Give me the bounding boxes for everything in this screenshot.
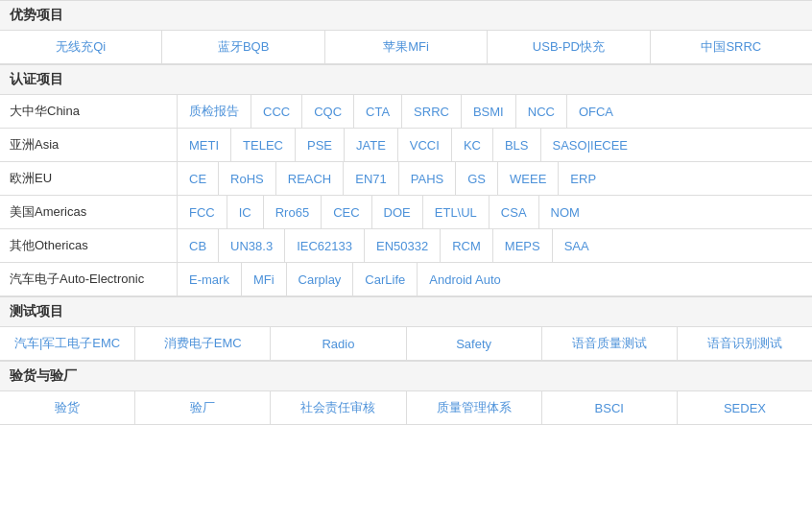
cert-row-label: 汽车电子Auto-Electronic: [0, 263, 178, 295]
cert-row: 欧洲EUCERoHSREACHEN71PAHSGSWEEEERP: [0, 162, 812, 196]
inspection-row: 验货验厂社会责任审核质量管理体系BSCISEDEX: [0, 391, 812, 425]
testing-item[interactable]: 语音识别测试: [678, 327, 812, 360]
advantage-item[interactable]: 中国SRRC: [651, 31, 812, 63]
cert-item[interactable]: UN38.3: [219, 229, 285, 262]
inspection-item[interactable]: SEDEX: [678, 391, 812, 424]
cert-item[interactable]: SAA: [553, 229, 601, 262]
cert-item[interactable]: NOM: [539, 196, 591, 228]
cert-item[interactable]: REACH: [276, 162, 345, 195]
cert-item[interactable]: NCC: [516, 95, 567, 128]
cert-item[interactable]: MEPS: [493, 229, 553, 262]
cert-item[interactable]: CQC: [302, 95, 354, 128]
certification-title: 认证项目: [0, 64, 812, 95]
cert-item[interactable]: SASO|IECEE: [541, 129, 640, 161]
cert-item[interactable]: CEC: [322, 196, 371, 228]
cert-item[interactable]: KC: [452, 129, 493, 161]
cert-item[interactable]: CTA: [354, 95, 402, 128]
testing-title: 测试项目: [0, 296, 812, 327]
cert-item[interactable]: METI: [178, 129, 231, 161]
cert-item[interactable]: PSE: [296, 129, 345, 161]
cert-item[interactable]: RoHS: [219, 162, 276, 195]
cert-row-label: 其他Othericas: [0, 229, 178, 262]
cert-row: 汽车电子Auto-ElectronicE-markMFiCarplayCarLi…: [0, 263, 812, 296]
testing-item[interactable]: Radio: [271, 327, 406, 360]
cert-item[interactable]: TELEC: [231, 129, 296, 161]
cert-item[interactable]: DOE: [372, 196, 423, 228]
cert-item[interactable]: BLS: [493, 129, 541, 161]
testing-section: 测试项目 汽车|军工电子EMC消费电子EMCRadioSafety语音质量测试语…: [0, 296, 812, 361]
cert-row-label: 亚洲Asia: [0, 129, 178, 161]
cert-item[interactable]: ETL\UL: [423, 196, 490, 228]
cert-item[interactable]: BSMI: [462, 95, 516, 128]
advantage-item[interactable]: 蓝牙BQB: [162, 31, 324, 63]
cert-item[interactable]: IC: [227, 196, 264, 228]
cert-item[interactable]: MFi: [242, 263, 287, 295]
cert-row: 其他OthericasCBUN38.3IEC62133EN50332RCMMEP…: [0, 229, 812, 263]
advantage-item[interactable]: 苹果MFi: [325, 31, 488, 63]
cert-row-items: CERoHSREACHEN71PAHSGSWEEEERP: [178, 162, 812, 195]
cert-item[interactable]: Android Auto: [418, 263, 512, 295]
cert-row-items: FCCICRro65CECDOEETL\ULCSANOM: [178, 196, 812, 228]
testing-item[interactable]: 汽车|军工电子EMC: [0, 327, 135, 360]
cert-item[interactable]: GS: [456, 162, 498, 195]
cert-row-label: 美国Americas: [0, 196, 178, 228]
advantage-row: 无线充Qi蓝牙BQB苹果MFiUSB-PD快充中国SRRC: [0, 31, 812, 64]
inspection-item[interactable]: 质量管理体系: [407, 391, 542, 424]
inspection-title: 验货与验厂: [0, 361, 812, 391]
cert-item[interactable]: CarLife: [353, 263, 418, 295]
cert-item[interactable]: ERP: [559, 162, 608, 195]
cert-row-items: 质检报告CCCCQCCTASRRCBSMINCCOFCA: [178, 95, 812, 128]
cert-item[interactable]: 质检报告: [178, 95, 251, 128]
testing-item[interactable]: Safety: [407, 327, 542, 360]
cert-item[interactable]: EN71: [344, 162, 399, 195]
cert-item[interactable]: WEEE: [498, 162, 559, 195]
cert-item[interactable]: VCCI: [398, 129, 452, 161]
inspection-section: 验货与验厂 验货验厂社会责任审核质量管理体系BSCISEDEX: [0, 361, 812, 425]
cert-row: 大中华China质检报告CCCCQCCTASRRCBSMINCCOFCA: [0, 95, 812, 129]
cert-item[interactable]: OFCA: [567, 95, 625, 128]
cert-row-label: 欧洲EU: [0, 162, 178, 195]
cert-item[interactable]: CE: [178, 162, 219, 195]
advantage-item[interactable]: 无线充Qi: [0, 31, 162, 63]
cert-item[interactable]: CSA: [490, 196, 539, 228]
cert-row-items: CBUN38.3IEC62133EN50332RCMMEPSSAA: [178, 229, 812, 262]
cert-row-items: METITELECPSEJATEVCCIKCBLSSASO|IECEE: [178, 129, 812, 161]
cert-item[interactable]: SRRC: [402, 95, 462, 128]
inspection-item[interactable]: 社会责任审核: [271, 391, 406, 424]
cert-item[interactable]: RCM: [441, 229, 493, 262]
cert-item[interactable]: CB: [178, 229, 219, 262]
cert-item[interactable]: Rro65: [264, 196, 322, 228]
cert-row: 美国AmericasFCCICRro65CECDOEETL\ULCSANOM: [0, 196, 812, 229]
cert-row-items: E-markMFiCarplayCarLifeAndroid Auto: [178, 263, 812, 295]
inspection-item[interactable]: 验厂: [135, 391, 271, 424]
cert-item[interactable]: CCC: [251, 95, 302, 128]
advantage-title: 优势项目: [0, 0, 812, 31]
cert-item[interactable]: PAHS: [399, 162, 456, 195]
inspection-item[interactable]: 验货: [0, 391, 135, 424]
advantage-section: 优势项目 无线充Qi蓝牙BQB苹果MFiUSB-PD快充中国SRRC: [0, 0, 812, 64]
inspection-item[interactable]: BSCI: [542, 391, 678, 424]
testing-row: 汽车|军工电子EMC消费电子EMCRadioSafety语音质量测试语音识别测试: [0, 327, 812, 361]
cert-row: 亚洲AsiaMETITELECPSEJATEVCCIKCBLSSASO|IECE…: [0, 129, 812, 162]
testing-item[interactable]: 消费电子EMC: [135, 327, 271, 360]
cert-item[interactable]: E-mark: [178, 263, 242, 295]
cert-item[interactable]: Carplay: [287, 263, 354, 295]
testing-item[interactable]: 语音质量测试: [542, 327, 678, 360]
certification-rows: 大中华China质检报告CCCCQCCTASRRCBSMINCCOFCA亚洲As…: [0, 95, 812, 296]
cert-item[interactable]: EN50332: [365, 229, 441, 262]
cert-item[interactable]: IEC62133: [285, 229, 365, 262]
cert-item[interactable]: FCC: [178, 196, 227, 228]
advantage-item[interactable]: USB-PD快充: [488, 31, 650, 63]
cert-row-label: 大中华China: [0, 95, 178, 128]
certification-section: 认证项目 大中华China质检报告CCCCQCCTASRRCBSMINCCOFC…: [0, 64, 812, 296]
cert-item[interactable]: JATE: [345, 129, 398, 161]
